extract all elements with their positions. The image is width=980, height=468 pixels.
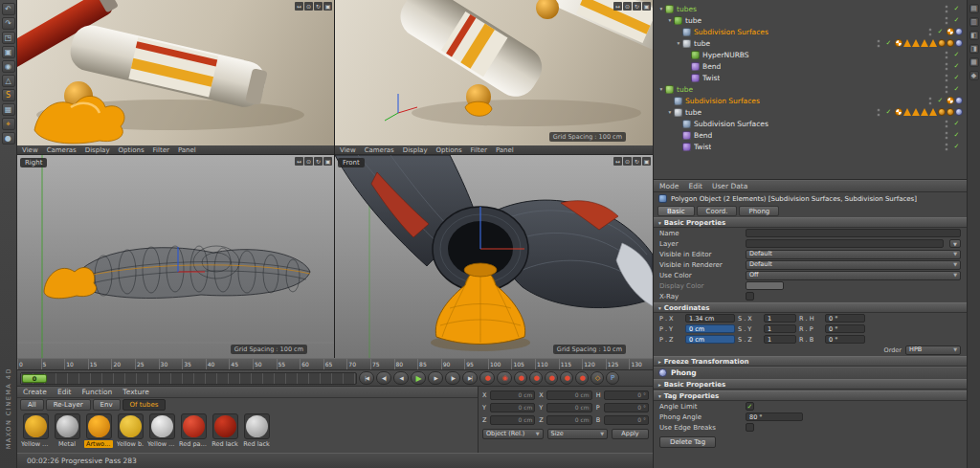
rotate-view-icon[interactable]: ↻ xyxy=(633,157,641,166)
attribute-menu-item[interactable]: Mode xyxy=(659,182,679,190)
pan-view-icon[interactable]: ↔ xyxy=(613,2,622,11)
record-rotation-toggle[interactable]: ● xyxy=(545,371,558,385)
make-editable-icon[interactable]: ◳ xyxy=(2,32,15,44)
tex-tag-icon[interactable] xyxy=(895,39,902,47)
editor-visibility-dot[interactable] xyxy=(945,5,948,9)
position-z-field[interactable]: 0 cm xyxy=(490,415,535,425)
object-name[interactable]: Subdivision Surfaces xyxy=(694,120,768,128)
material-menu-item[interactable]: Function xyxy=(81,388,112,396)
enabled-check-icon[interactable]: ✓ xyxy=(952,85,961,93)
display-color-swatch[interactable] xyxy=(746,281,784,290)
px-field[interactable]: 1.34 cm xyxy=(685,314,735,323)
editor-visibility-dot[interactable] xyxy=(928,28,932,32)
tri-tag-icon[interactable] xyxy=(903,108,911,116)
enabled-check-icon[interactable]: ✓ xyxy=(936,97,945,104)
dock-objects-icon[interactable]: ▤ xyxy=(969,4,979,13)
material-menu-item[interactable]: Edit xyxy=(57,388,72,396)
material-tab-relayer[interactable]: Re-Layer xyxy=(46,399,91,411)
sz-field[interactable]: 1 xyxy=(764,335,796,344)
coordinate-mode-select[interactable]: Object (Rel.)▼ xyxy=(482,429,544,439)
goto-start-button[interactable]: |◀ xyxy=(359,371,374,385)
toggle-view-icon[interactable]: ▣ xyxy=(323,2,332,11)
editor-visibility-dot[interactable] xyxy=(945,131,948,135)
editor-visibility-dot[interactable] xyxy=(945,51,948,55)
viewport-menu-item[interactable]: Panel xyxy=(496,146,514,154)
object-row-selected[interactable]: Subdivision Surfaces ✓ xyxy=(654,26,967,37)
tri-tag-icon[interactable] xyxy=(903,39,911,47)
viewport-menu-item[interactable]: View xyxy=(22,146,38,154)
object-row[interactable]: ▾ tube ✓ xyxy=(654,83,967,95)
material-tab-all[interactable]: All xyxy=(20,399,44,411)
record-position-toggle[interactable]: ● xyxy=(514,371,527,385)
render-visibility-dot[interactable] xyxy=(877,113,880,117)
editor-visibility-dot[interactable] xyxy=(945,143,948,146)
pan-view-icon[interactable]: ↔ xyxy=(295,2,303,11)
toggle-view-icon[interactable]: ▣ xyxy=(323,157,332,166)
size-mode-select[interactable]: Size▼ xyxy=(547,429,609,439)
material-menu-item[interactable]: Create xyxy=(23,388,47,396)
rotation-p-field[interactable]: 0 ° xyxy=(604,403,649,412)
material-item[interactable]: Red lack xyxy=(211,413,239,448)
ball-tag-icon[interactable] xyxy=(938,39,946,47)
object-name[interactable]: Twist xyxy=(702,74,720,82)
render-visibility-dot[interactable] xyxy=(945,90,948,94)
viewport-menu-item[interactable]: Filter xyxy=(153,146,169,154)
object-name[interactable]: tube xyxy=(685,16,702,25)
layer-field[interactable] xyxy=(746,239,944,248)
apply-button[interactable]: Apply xyxy=(612,429,649,439)
object-row[interactable]: Twist ✓ xyxy=(654,141,967,152)
play-button[interactable]: ▶ xyxy=(411,371,426,385)
basic-properties-header[interactable]: Basic Properties xyxy=(654,217,967,228)
material-preview-sphere[interactable] xyxy=(149,413,175,439)
dock-content-browser-icon[interactable]: ◧ xyxy=(969,31,979,40)
tri-tag-icon[interactable] xyxy=(929,108,937,116)
tri-tag-icon[interactable] xyxy=(921,39,928,47)
zoom-view-icon[interactable]: ⊙ xyxy=(304,2,313,11)
object-row[interactable]: HyperNURBS ✓ xyxy=(654,49,967,60)
size-x-field[interactable]: 0 cm xyxy=(546,390,591,400)
material-item-selected[interactable]: Artworks xyxy=(84,413,113,448)
zoom-view-icon[interactable]: ⊙ xyxy=(623,157,632,166)
render-visibility-dot[interactable] xyxy=(928,33,932,36)
xray-checkbox[interactable] xyxy=(746,292,754,301)
model-mode-icon[interactable]: ▣ xyxy=(2,46,15,58)
editor-visibility-dot[interactable] xyxy=(945,120,948,123)
enabled-check-icon[interactable]: ✓ xyxy=(884,39,893,47)
rp-field[interactable]: 0 ° xyxy=(825,324,865,333)
editor-visibility-dot[interactable] xyxy=(877,39,880,43)
object-row-selected[interactable]: Subdivision Surfaces ✓ xyxy=(654,95,967,106)
visible-in-renderer-select[interactable]: Default▼ xyxy=(746,260,961,270)
phong-tag-icon[interactable] xyxy=(955,97,963,104)
editor-visibility-dot[interactable] xyxy=(945,16,948,20)
layer-picker-icon[interactable]: ▼ xyxy=(949,239,961,248)
render-visibility-dot[interactable] xyxy=(945,67,948,71)
render-visibility-dot[interactable] xyxy=(877,44,880,48)
next-frame-button[interactable]: ▶ xyxy=(428,371,443,385)
enabled-check-icon[interactable]: ✓ xyxy=(884,108,893,116)
phong-angle-field[interactable]: 80 ° xyxy=(746,412,803,421)
use-color-select[interactable]: Off▼ xyxy=(746,271,961,280)
position-y-field[interactable]: 0 cm xyxy=(490,403,535,412)
zoom-view-icon[interactable]: ⊙ xyxy=(623,2,632,11)
render-visibility-dot[interactable] xyxy=(945,78,948,82)
ball-tag-icon[interactable] xyxy=(947,108,954,116)
phong-basic-properties-header[interactable]: Basic Properties xyxy=(654,379,967,390)
dock-layers-icon[interactable]: ▦ xyxy=(969,57,979,67)
material-item[interactable]: Red lack xyxy=(242,413,271,448)
material-preview-sphere[interactable] xyxy=(181,413,207,439)
attribute-menu-item[interactable]: Edit xyxy=(688,182,702,190)
material-preview-sphere[interactable] xyxy=(212,413,238,439)
editor-visibility-dot[interactable] xyxy=(945,74,948,78)
record-pla-toggle[interactable]: ● xyxy=(575,371,589,385)
material-item[interactable]: Yellow b. xyxy=(116,413,145,448)
rotation-b-field[interactable]: 0 ° xyxy=(604,415,649,425)
timeline-ruler[interactable]: 0510152025303540455055606570758085909510… xyxy=(17,358,653,370)
phong-tag-icon[interactable] xyxy=(955,28,963,35)
pz-field[interactable]: 0 cm xyxy=(685,335,735,344)
viewport-menu-item[interactable]: Cameras xyxy=(47,146,77,154)
ball-tag-icon[interactable] xyxy=(947,39,954,47)
record-parameter-toggle[interactable]: ● xyxy=(560,371,573,385)
material-menu-item[interactable]: Texture xyxy=(122,388,148,396)
rotation-h-field[interactable]: 0 ° xyxy=(604,390,649,400)
sx-field[interactable]: 1 xyxy=(764,314,796,323)
